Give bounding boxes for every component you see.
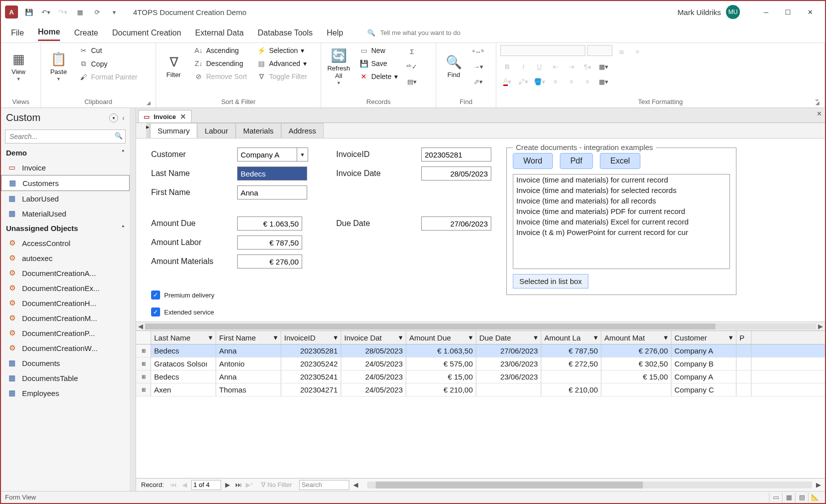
nav-item-documentcreationh...[interactable]: ⚙DocumentCreationH...	[1, 296, 130, 310]
nav-item-documentstable[interactable]: ▦DocumentsTable	[1, 370, 130, 386]
cut-button[interactable]: ✂Cut	[76, 45, 141, 56]
selection-button[interactable]: ⚡Selection ▾	[254, 45, 310, 56]
align-center-icon[interactable]: ≡	[564, 75, 578, 88]
tab-address[interactable]: Address	[281, 123, 324, 138]
align-left-icon[interactable]: ≡	[548, 75, 562, 88]
hscroll-left-icon[interactable]: ◀	[351, 481, 360, 488]
filter-indicator[interactable]: ∇No Filter	[261, 481, 292, 488]
last-record-icon[interactable]: ⏭	[234, 481, 243, 488]
format-painter-button[interactable]: 🖌Format Painter	[76, 72, 141, 82]
nav-dropdown-icon[interactable]: ▾	[109, 114, 118, 122]
undo-icon[interactable]: ↶▾	[41, 7, 51, 17]
tell-me-search[interactable]: 🔍 Tell me what you want to do	[367, 29, 460, 36]
scroll-right-icon[interactable]: ▶	[816, 322, 825, 330]
amountmat-field[interactable]	[237, 254, 302, 268]
nav-item-invoice[interactable]: ▭Invoice	[1, 160, 130, 175]
align-right-icon[interactable]: ≡	[580, 75, 594, 88]
more-records-icon[interactable]: ▤▾	[405, 75, 419, 88]
selected-in-listbox-button[interactable]: Selected in list box	[513, 274, 588, 288]
col-amountdue[interactable]: Amount Due▾	[406, 331, 476, 344]
filter-button[interactable]: ∇ Filter	[160, 45, 187, 88]
menu-file[interactable]: File	[11, 26, 24, 40]
scroll-left-icon[interactable]: ◀	[136, 322, 145, 330]
nav-item-laborused[interactable]: ▦LaborUsed	[1, 191, 130, 206]
nav-collapse-icon[interactable]: ‹	[122, 114, 125, 122]
fill-icon[interactable]: 🪣▾	[532, 75, 546, 88]
document-tab-invoice[interactable]: ▭ Invoice ✕	[138, 110, 192, 122]
close-pane-icon[interactable]: ✕	[816, 110, 822, 118]
underline-icon[interactable]: U	[532, 60, 546, 73]
table-row[interactable]: ⊞ Bedecs Anna 202305241 24/05/2023 € 15,…	[136, 370, 825, 384]
menu-help[interactable]: Help	[327, 26, 343, 40]
expand-row-icon[interactable]: ⊞	[136, 370, 151, 383]
close-tab-icon[interactable]: ✕	[180, 112, 186, 120]
col-invoicedate[interactable]: Invoice Dat▾	[341, 331, 406, 344]
grid-search-input[interactable]	[299, 480, 349, 490]
close-button[interactable]: ✕	[799, 4, 821, 20]
bold-icon[interactable]: B	[500, 60, 514, 73]
minimize-button[interactable]: ─	[755, 4, 777, 20]
advanced-button[interactable]: ▤Advanced ▾	[254, 58, 310, 69]
select-icon[interactable]: ⬀▾	[471, 75, 485, 88]
nav-scrollbar[interactable]	[130, 108, 136, 491]
gridlines-icon[interactable]: ▦▾	[596, 60, 610, 73]
find-button[interactable]: 🔍 Find	[440, 45, 467, 88]
nav-item-customers[interactable]: ▦Customers	[1, 175, 130, 191]
expand-row-icon[interactable]: ⊞	[136, 344, 151, 357]
nav-item-employees[interactable]: ▦Employees	[1, 386, 130, 400]
pdf-button[interactable]: Pdf	[560, 153, 593, 169]
col-firstname[interactable]: First Name▾	[216, 331, 281, 344]
indent-inc-icon[interactable]: ⇥	[564, 60, 578, 73]
col-customer[interactable]: Customer▾	[671, 331, 736, 344]
list-item[interactable]: Invoice (time and materials) Excel for c…	[513, 216, 729, 227]
premium-checkbox[interactable]: ✓Premium delivery	[151, 290, 321, 300]
next-record-icon[interactable]: ▶	[223, 481, 232, 488]
qat-icon-1[interactable]: ▦	[75, 7, 85, 17]
customer-combo[interactable]: ▼	[237, 148, 308, 162]
spelling-icon[interactable]: ᵃᵇ✓	[405, 60, 419, 73]
totals-icon[interactable]: Σ	[405, 45, 419, 58]
refresh-all-button[interactable]: 🔄 Refresh All ▼	[325, 45, 352, 88]
menu-create[interactable]: Create	[74, 26, 98, 40]
layout-view-icon[interactable]: ▧	[795, 492, 808, 502]
invoiceid-field[interactable]	[421, 148, 491, 162]
nav-title[interactable]: Custom	[6, 112, 41, 124]
expand-row-icon[interactable]: ⊞	[136, 384, 151, 396]
extended-checkbox[interactable]: ✓Extended service	[151, 308, 321, 316]
tab-labour[interactable]: Labour	[197, 123, 236, 138]
excel-button[interactable]: Excel	[600, 153, 640, 169]
col-lastname[interactable]: Last Name▾	[151, 331, 216, 344]
hscroll-right-icon[interactable]: ▶	[814, 481, 823, 488]
rtl-icon[interactable]: ¶◂	[580, 60, 594, 73]
table-row[interactable]: ⊞ Gratacos Solsoı Antonio 202305242 24/0…	[136, 358, 825, 370]
form-hscroll[interactable]: ◀ ▶	[136, 322, 825, 330]
col-amountmat[interactable]: Amount Mat▾	[601, 331, 671, 344]
user-name[interactable]: Mark Uildriks	[677, 8, 721, 16]
nav-item-materialused[interactable]: ▦MaterialUsed	[1, 206, 130, 221]
datasheet-view-icon[interactable]: ▦	[782, 492, 795, 502]
alt-row-icon[interactable]: ▦▾	[596, 75, 610, 88]
record-position[interactable]	[191, 480, 221, 490]
chevron-down-icon[interactable]: ▼	[297, 148, 308, 162]
replace-icon[interactable]: ᵃ↔ᵇ	[471, 45, 485, 58]
ascending-button[interactable]: A↓Ascending	[191, 45, 250, 56]
list-item[interactable]: Invoice (time and materials) for selecte…	[513, 185, 729, 196]
nav-group-head[interactable]: Unassigned Objects˄	[1, 221, 130, 236]
view-button[interactable]: ▦ View ▼	[5, 45, 32, 88]
doc-listbox[interactable]: Invoice (time and materials) for current…	[513, 174, 730, 269]
italic-icon[interactable]: I	[516, 60, 530, 73]
new-button[interactable]: ▭New	[356, 45, 401, 56]
nav-item-documents[interactable]: ▦Documents	[1, 356, 130, 370]
expand-row-icon[interactable]: ⊞	[136, 358, 151, 370]
redo-icon[interactable]: ↷▾	[58, 7, 68, 17]
bullets-icon[interactable]: ≣	[614, 45, 628, 58]
qat-customize-icon[interactable]: ▾	[109, 7, 119, 17]
nav-item-documentcreationex...[interactable]: ⚙DocumentCreationEx...	[1, 280, 130, 296]
record-selector[interactable]: ▸	[146, 123, 150, 138]
menu-external-data[interactable]: External Data	[195, 26, 244, 40]
goto-icon[interactable]: →▾	[471, 60, 485, 73]
col-p[interactable]: P	[736, 331, 751, 344]
dialog-launcher-icon[interactable]: ◢	[147, 100, 151, 106]
tab-materials[interactable]: Materials	[236, 123, 281, 138]
table-row[interactable]: ⊞ Bedecs Anna 202305281 28/05/2023 € 1.0…	[136, 344, 825, 358]
